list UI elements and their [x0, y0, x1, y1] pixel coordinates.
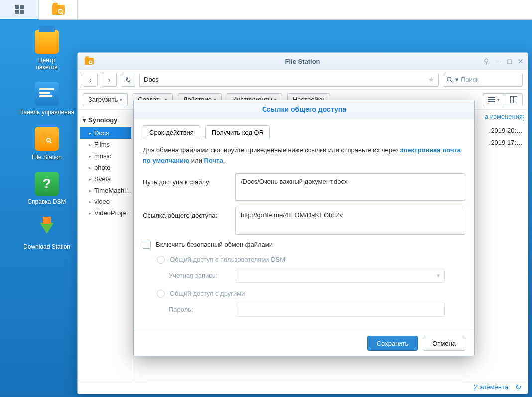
window-maximize-icon[interactable]: □ — [508, 57, 512, 65]
folder-search-icon — [52, 5, 65, 15]
file-row-2-date: .2019 17:… — [489, 139, 523, 146]
qr-code-button[interactable]: Получить код QR — [205, 125, 270, 139]
help-icon: ? — [35, 172, 59, 196]
columns-icon — [510, 96, 517, 103]
apps-grid-icon — [15, 5, 24, 14]
share-others-label: Общий доступ с другими — [170, 290, 245, 297]
tree-item-sveta[interactable]: ▸Sveta — [80, 173, 131, 185]
account-label: Учетная запись: — [169, 272, 229, 279]
taskbar-apps[interactable] — [0, 0, 39, 20]
path-value: Docs — [144, 76, 159, 83]
package-icon — [35, 30, 59, 54]
window-minimize-icon[interactable]: — — [495, 57, 502, 65]
share-dsm-label: Общий доступ с пользователями DSM — [170, 256, 285, 263]
dialog-title: Ссылки общего доступа — [134, 100, 474, 118]
tree-item-docs[interactable]: ▸Docs — [80, 127, 131, 139]
share-link-field[interactable]: http://gofile.me/4IEOM/DaKEOhcZv — [235, 207, 465, 235]
window-titlebar[interactable]: File Station ⚲ — □ ✕ — [78, 53, 528, 70]
file-station-label: File Station — [32, 154, 62, 161]
window-title: File Station — [78, 58, 528, 65]
file-path-field[interactable]: /Docs/Очень важный документ.docx — [235, 173, 465, 201]
save-button[interactable]: Сохранить — [367, 336, 418, 351]
password-input — [236, 303, 445, 317]
validity-button[interactable]: Срок действия — [143, 125, 200, 139]
share-link-label: Ссылка общего доступа: — [143, 207, 235, 219]
path-input[interactable]: Docs ★ — [139, 73, 439, 87]
nav-forward-button[interactable]: › — [102, 73, 117, 87]
window-close-icon[interactable]: ✕ — [518, 57, 524, 65]
tree-item-films[interactable]: ▸Films — [80, 139, 131, 150]
tree-root[interactable]: ▾Synology — [80, 115, 131, 125]
star-icon[interactable]: ★ — [428, 76, 434, 83]
mail-link[interactable]: Почта — [204, 157, 223, 164]
status-bar: 2 элемента ↻ — [78, 380, 528, 394]
tree-item-videoprojects[interactable]: ▸VideoProje… — [80, 207, 131, 219]
column-header-modified[interactable]: а изменения — [485, 113, 523, 120]
secure-sharing-checkbox[interactable] — [143, 241, 151, 249]
svg-line-1 — [451, 80, 453, 82]
item-count: 2 элемента — [474, 383, 508, 391]
folder-tree: ▾Synology ▸Docs ▸Films ▸music ▸photo ▸Sv… — [78, 110, 133, 380]
tree-item-photo[interactable]: ▸photo — [80, 162, 131, 173]
download-icon — [35, 216, 59, 240]
control-panel-icon — [35, 82, 59, 106]
share-dsm-radio — [157, 256, 165, 264]
desktop-download-station[interactable]: Download Station — [12, 216, 82, 250]
desktop-control-panel[interactable]: Панель управления — [12, 82, 82, 116]
list-icon — [488, 97, 495, 102]
window-pin-icon[interactable]: ⚲ — [484, 57, 489, 65]
desktop-package-center[interactable]: Центр пакетов — [12, 30, 82, 71]
share-hint: Для обмена файлами скопируйте приведенны… — [143, 145, 465, 166]
nav-back-button[interactable]: ‹ — [83, 73, 98, 87]
secure-sharing-label: Включить безопасный обмен файлами — [156, 241, 273, 248]
download-label: Download Station — [23, 243, 70, 250]
tree-item-music[interactable]: ▸music — [80, 150, 131, 162]
package-center-label: Центр пакетов — [36, 57, 57, 71]
share-others-radio — [157, 290, 165, 298]
desktop-help[interactable]: ? Справка DSM — [12, 172, 82, 205]
nav-reload-button[interactable]: ↻ — [121, 73, 135, 87]
taskbar-file-station[interactable] — [39, 0, 78, 20]
file-station-icon — [35, 127, 59, 151]
share-link-dialog: Ссылки общего доступа Срок действия Полу… — [133, 100, 475, 356]
view-mode-group: ▾ — [483, 93, 523, 106]
view-columns-button[interactable] — [505, 93, 523, 106]
file-path-label: Путь доступа к файлу: — [143, 173, 235, 186]
cancel-button[interactable]: Отмена — [423, 336, 465, 351]
tree-item-video[interactable]: ▸video — [80, 196, 131, 207]
control-panel-label: Панель управления — [19, 109, 74, 116]
password-label: Пароль: — [169, 306, 229, 313]
file-row-1-date: .2019 20:… — [489, 127, 523, 134]
search-input[interactable]: ▾ Поиск — [443, 73, 523, 87]
desktop-file-station[interactable]: File Station — [12, 127, 82, 161]
column-menu-icon[interactable]: ⋮ — [520, 114, 527, 122]
help-label: Справка DSM — [27, 198, 66, 205]
dialog-footer: Сохранить Отмена — [134, 331, 474, 356]
tree-item-timemachine[interactable]: ▸TimeMachi… — [80, 185, 131, 196]
search-placeholder: Поиск — [461, 76, 479, 83]
nav-toolbar: ‹ › ↻ Docs ★ ▾ Поиск — [78, 70, 528, 90]
desktop-icons: Центр пакетов Панель управления File Sta… — [12, 30, 82, 261]
taskbar — [0, 0, 532, 20]
view-list-button[interactable]: ▾ — [483, 93, 505, 106]
svg-point-0 — [447, 77, 451, 81]
window-controls: ⚲ — □ ✕ — [484, 57, 524, 65]
status-reload-icon[interactable]: ↻ — [515, 383, 522, 392]
search-icon — [446, 76, 453, 83]
account-select — [236, 269, 445, 283]
upload-button[interactable]: Загрузить▾ — [83, 93, 128, 106]
